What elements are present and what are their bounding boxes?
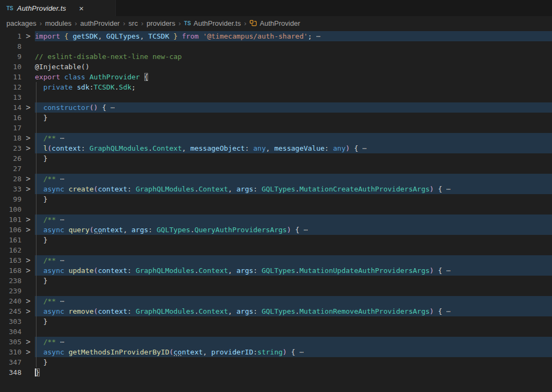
folded-code-ellipsis[interactable]: ⋯ [56, 297, 64, 305]
code-content[interactable] [35, 245, 552, 255]
code-content[interactable]: /** ⋯ [35, 296, 552, 306]
folded-code-ellipsis[interactable]: ⋯ [442, 307, 451, 315]
gutter[interactable]: 168> [0, 265, 35, 276]
fold-chevron-icon[interactable]: > [21, 224, 35, 236]
code-content[interactable]: /** ⋯ [35, 174, 552, 184]
gutter[interactable]: 162 [0, 245, 35, 255]
code-content[interactable]: /** ⋯ [35, 337, 552, 347]
gutter[interactable]: 310> [0, 347, 35, 357]
line-number[interactable]: 310 [0, 347, 21, 357]
gutter[interactable]: 18> [0, 133, 35, 143]
line-number[interactable]: 305 [0, 337, 21, 347]
code-content[interactable]: async getMethodsInProviderByID(context, … [35, 347, 552, 357]
code-content[interactable]: import { getSDK, GQLTypes, TCSDK } from … [35, 31, 552, 41]
gutter[interactable]: 33> [0, 184, 35, 194]
code-content[interactable]: } [35, 316, 552, 327]
code-content[interactable]: // eslint-disable-next-line new-cap [35, 51, 552, 62]
gutter[interactable]: 27 [0, 164, 35, 174]
line-number[interactable]: 100 [0, 204, 21, 215]
line-number[interactable]: 16 [0, 113, 21, 123]
line-number[interactable]: 17 [0, 123, 21, 133]
code-content[interactable] [35, 123, 552, 133]
gutter[interactable]: 26 [0, 153, 35, 164]
code-content[interactable]: private sdk:TCSDK.Sdk; [35, 82, 552, 92]
fold-chevron-icon[interactable]: > [21, 31, 35, 42]
line-number[interactable]: 106 [0, 225, 21, 235]
code-content[interactable]: } [35, 113, 552, 123]
breadcrumb-item-providers[interactable]: providers [146, 19, 175, 27]
line-number[interactable]: 161 [0, 235, 21, 245]
gutter[interactable]: 17 [0, 123, 35, 133]
code-content[interactable]: } [35, 153, 552, 164]
line-number[interactable]: 12 [0, 82, 21, 92]
line-number[interactable]: 162 [0, 245, 21, 255]
breadcrumb-item-authprovider[interactable]: authProvider [80, 19, 120, 27]
gutter[interactable]: 240> [0, 296, 35, 306]
gutter[interactable]: 12 [0, 82, 35, 92]
gutter[interactable]: 348 [0, 367, 35, 378]
gutter[interactable]: 304 [0, 327, 35, 337]
code-content[interactable]: } [35, 276, 552, 286]
folded-code-ellipsis[interactable]: ⋯ [442, 267, 451, 275]
line-number[interactable]: 168 [0, 265, 21, 276]
code-content[interactable]: } [35, 357, 552, 367]
fold-chevron-icon[interactable]: > [21, 306, 35, 317]
gutter[interactable]: 347 [0, 357, 35, 367]
code-editor[interactable]: 1>import { getSDK, GQLTypes, TCSDK } fro… [0, 30, 552, 392]
gutter[interactable]: 23> [0, 143, 35, 153]
code-content[interactable] [35, 204, 552, 215]
code-content[interactable] [35, 164, 552, 174]
code-content[interactable]: /** ⋯ [35, 133, 552, 143]
code-content[interactable]: @Injectable() [35, 62, 552, 72]
code-content[interactable]: constructor() { ⋯ [35, 102, 552, 113]
gutter[interactable]: 245> [0, 306, 35, 316]
code-content[interactable]: } [35, 367, 552, 378]
breadcrumb-item-authprovider[interactable]: AuthProvider [249, 19, 300, 27]
code-content[interactable]: /** ⋯ [35, 215, 552, 225]
line-number[interactable]: 304 [0, 327, 21, 337]
folded-code-ellipsis[interactable]: ⋯ [56, 338, 64, 346]
gutter[interactable]: 161 [0, 235, 35, 245]
line-number[interactable]: 303 [0, 316, 21, 327]
line-number[interactable]: 347 [0, 357, 21, 367]
code-content[interactable]: /** ⋯ [35, 255, 552, 265]
folded-code-ellipsis[interactable]: ⋯ [295, 348, 304, 356]
gutter[interactable]: 101> [0, 215, 35, 225]
code-content[interactable] [35, 327, 552, 337]
line-number[interactable]: 26 [0, 153, 21, 164]
code-content[interactable]: async remove(context: GraphQLModules.Con… [35, 306, 552, 316]
line-number[interactable]: 238 [0, 276, 21, 286]
line-number[interactable]: 23 [0, 143, 21, 153]
folded-code-ellipsis[interactable]: ⋯ [358, 144, 367, 152]
line-number[interactable]: 33 [0, 184, 21, 194]
folded-code-ellipsis[interactable]: ⋯ [56, 256, 64, 264]
folded-code-ellipsis[interactable]: ⋯ [299, 226, 308, 234]
line-number[interactable]: 18 [0, 133, 21, 143]
fold-chevron-icon[interactable]: > [21, 143, 35, 154]
line-number[interactable]: 99 [0, 194, 21, 204]
code-content[interactable] [35, 92, 552, 102]
gutter[interactable]: 238 [0, 276, 35, 286]
code-content[interactable]: async query(context, args: GQLTypes.Quer… [35, 225, 552, 235]
gutter[interactable]: 9 [0, 51, 35, 62]
gutter[interactable]: 13 [0, 92, 35, 102]
gutter[interactable]: 106> [0, 225, 35, 235]
code-content[interactable]: async update(context: GraphQLModules.Con… [35, 265, 552, 276]
gutter[interactable]: 14> [0, 102, 35, 113]
line-number[interactable]: 240 [0, 296, 21, 306]
line-number[interactable]: 14 [0, 102, 21, 113]
fold-chevron-icon[interactable]: > [21, 265, 35, 277]
folded-code-ellipsis[interactable]: ⋯ [106, 103, 115, 112]
line-number[interactable]: 11 [0, 72, 21, 82]
line-number[interactable]: 8 [0, 41, 21, 51]
code-content[interactable]: } [35, 235, 552, 245]
folded-code-ellipsis[interactable]: ⋯ [56, 175, 64, 183]
gutter[interactable]: 28> [0, 174, 35, 184]
close-icon[interactable]: × [77, 4, 85, 13]
line-number[interactable]: 163 [0, 255, 21, 265]
folded-code-ellipsis[interactable]: ⋯ [56, 216, 64, 224]
gutter[interactable]: 239 [0, 286, 35, 296]
folded-code-ellipsis[interactable]: ⋯ [56, 134, 64, 142]
code-content[interactable]: export class AuthProvider { [35, 72, 552, 82]
line-number[interactable]: 101 [0, 215, 21, 225]
